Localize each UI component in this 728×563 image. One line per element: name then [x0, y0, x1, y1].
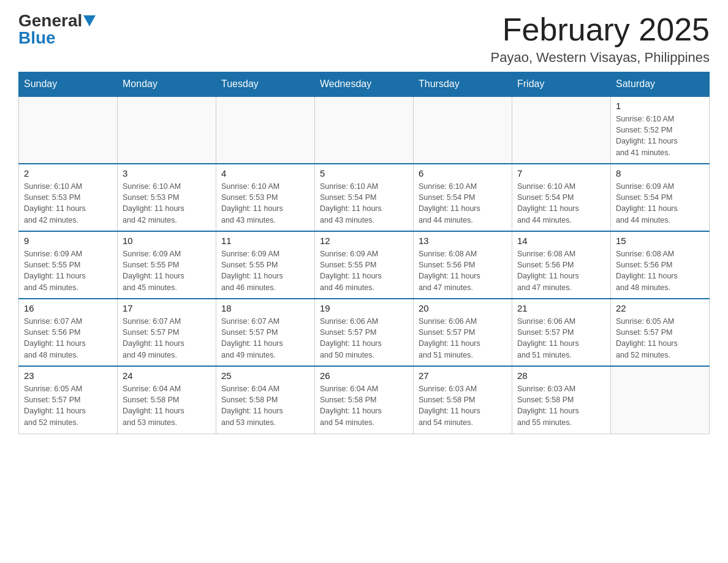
calendar-table: SundayMondayTuesdayWednesdayThursdayFrid…: [18, 72, 710, 434]
calendar-cell: 16Sunrise: 6:07 AM Sunset: 5:56 PM Dayli…: [19, 299, 118, 366]
day-info: Sunrise: 6:03 AM Sunset: 5:58 PM Dayligh…: [419, 383, 507, 428]
calendar-cell: 23Sunrise: 6:05 AM Sunset: 5:57 PM Dayli…: [19, 366, 118, 434]
weekday-header-thursday: Thursday: [414, 72, 512, 97]
calendar-cell: 24Sunrise: 6:04 AM Sunset: 5:58 PM Dayli…: [118, 366, 216, 434]
day-number: 10: [123, 236, 211, 246]
calendar-cell: [414, 96, 512, 164]
calendar-cell: 20Sunrise: 6:06 AM Sunset: 5:57 PM Dayli…: [414, 299, 512, 366]
day-number: 8: [616, 168, 704, 178]
day-info: Sunrise: 6:09 AM Sunset: 5:54 PM Dayligh…: [616, 181, 704, 226]
day-info: Sunrise: 6:04 AM Sunset: 5:58 PM Dayligh…: [123, 383, 211, 428]
weekday-header-monday: Monday: [118, 72, 216, 97]
day-number: 15: [616, 236, 704, 246]
calendar-cell: 1Sunrise: 6:10 AM Sunset: 5:52 PM Daylig…: [611, 96, 710, 164]
day-info: Sunrise: 6:08 AM Sunset: 5:56 PM Dayligh…: [616, 248, 704, 293]
calendar-cell: [216, 96, 315, 164]
calendar-cell: 2Sunrise: 6:10 AM Sunset: 5:53 PM Daylig…: [19, 164, 118, 231]
day-number: 24: [123, 370, 211, 381]
day-number: 6: [419, 168, 507, 178]
logo-triangle-icon: [83, 15, 96, 26]
day-info: Sunrise: 6:10 AM Sunset: 5:54 PM Dayligh…: [419, 181, 507, 226]
page-header: General Blue February 2025 Payao, Wester…: [18, 12, 710, 66]
day-number: 2: [24, 168, 112, 178]
day-number: 12: [320, 236, 408, 246]
day-number: 21: [517, 303, 605, 313]
calendar-cell: [315, 96, 414, 164]
title-block: February 2025 Payao, Western Visayas, Ph…: [491, 12, 710, 66]
day-number: 14: [517, 236, 605, 246]
weekday-header-saturday: Saturday: [611, 72, 710, 97]
day-number: 7: [517, 168, 605, 178]
calendar-cell: 21Sunrise: 6:06 AM Sunset: 5:57 PM Dayli…: [512, 299, 611, 366]
calendar-cell: 27Sunrise: 6:03 AM Sunset: 5:58 PM Dayli…: [414, 366, 512, 434]
calendar-cell: 14Sunrise: 6:08 AM Sunset: 5:56 PM Dayli…: [512, 231, 611, 299]
day-number: 11: [221, 236, 309, 246]
logo: General Blue: [18, 12, 96, 47]
day-info: Sunrise: 6:10 AM Sunset: 5:53 PM Dayligh…: [24, 181, 112, 226]
month-title: February 2025: [491, 12, 710, 47]
calendar-cell: 5Sunrise: 6:10 AM Sunset: 5:54 PM Daylig…: [315, 164, 414, 231]
weekday-header-tuesday: Tuesday: [216, 72, 315, 97]
day-info: Sunrise: 6:09 AM Sunset: 5:55 PM Dayligh…: [123, 248, 211, 293]
weekday-header-friday: Friday: [512, 72, 611, 97]
day-info: Sunrise: 6:09 AM Sunset: 5:55 PM Dayligh…: [24, 248, 112, 293]
calendar-cell: 9Sunrise: 6:09 AM Sunset: 5:55 PM Daylig…: [19, 231, 118, 299]
day-number: 26: [320, 370, 408, 381]
day-info: Sunrise: 6:08 AM Sunset: 5:56 PM Dayligh…: [419, 248, 507, 293]
calendar-cell: 26Sunrise: 6:04 AM Sunset: 5:58 PM Dayli…: [315, 366, 414, 434]
calendar-cell: 17Sunrise: 6:07 AM Sunset: 5:57 PM Dayli…: [118, 299, 216, 366]
day-info: Sunrise: 6:07 AM Sunset: 5:56 PM Dayligh…: [24, 316, 112, 361]
day-number: 13: [419, 236, 507, 246]
calendar-cell: 8Sunrise: 6:09 AM Sunset: 5:54 PM Daylig…: [611, 164, 710, 231]
calendar-cell: 12Sunrise: 6:09 AM Sunset: 5:55 PM Dayli…: [315, 231, 414, 299]
day-info: Sunrise: 6:06 AM Sunset: 5:57 PM Dayligh…: [517, 316, 605, 361]
day-info: Sunrise: 6:10 AM Sunset: 5:52 PM Dayligh…: [616, 113, 704, 158]
calendar-cell: 22Sunrise: 6:05 AM Sunset: 5:57 PM Dayli…: [611, 299, 710, 366]
day-info: Sunrise: 6:09 AM Sunset: 5:55 PM Dayligh…: [320, 248, 408, 293]
day-number: 16: [24, 303, 112, 313]
weekday-header-wednesday: Wednesday: [315, 72, 414, 97]
day-info: Sunrise: 6:07 AM Sunset: 5:57 PM Dayligh…: [123, 316, 211, 361]
day-info: Sunrise: 6:06 AM Sunset: 5:57 PM Dayligh…: [320, 316, 408, 361]
calendar-cell: [611, 366, 710, 434]
calendar-cell: 28Sunrise: 6:03 AM Sunset: 5:58 PM Dayli…: [512, 366, 611, 434]
day-info: Sunrise: 6:04 AM Sunset: 5:58 PM Dayligh…: [221, 383, 309, 428]
day-number: 17: [123, 303, 211, 313]
day-number: 23: [24, 370, 112, 381]
calendar-cell: 18Sunrise: 6:07 AM Sunset: 5:57 PM Dayli…: [216, 299, 315, 366]
day-info: Sunrise: 6:10 AM Sunset: 5:54 PM Dayligh…: [320, 181, 408, 226]
day-info: Sunrise: 6:10 AM Sunset: 5:54 PM Dayligh…: [517, 181, 605, 226]
day-number: 25: [221, 370, 309, 381]
day-info: Sunrise: 6:05 AM Sunset: 5:57 PM Dayligh…: [24, 383, 112, 428]
day-number: 3: [123, 168, 211, 178]
day-info: Sunrise: 6:03 AM Sunset: 5:58 PM Dayligh…: [517, 383, 605, 428]
day-info: Sunrise: 6:06 AM Sunset: 5:57 PM Dayligh…: [419, 316, 507, 361]
day-info: Sunrise: 6:08 AM Sunset: 5:56 PM Dayligh…: [517, 248, 605, 293]
day-info: Sunrise: 6:05 AM Sunset: 5:57 PM Dayligh…: [616, 316, 704, 361]
day-number: 5: [320, 168, 408, 178]
calendar-cell: 15Sunrise: 6:08 AM Sunset: 5:56 PM Dayli…: [611, 231, 710, 299]
day-number: 27: [419, 370, 507, 381]
day-number: 18: [221, 303, 309, 313]
calendar-cell: [19, 96, 118, 164]
calendar-cell: [512, 96, 611, 164]
day-number: 28: [517, 370, 605, 381]
calendar-cell: [118, 96, 216, 164]
day-number: 22: [616, 303, 704, 313]
calendar-cell: 11Sunrise: 6:09 AM Sunset: 5:55 PM Dayli…: [216, 231, 315, 299]
calendar-cell: 6Sunrise: 6:10 AM Sunset: 5:54 PM Daylig…: [414, 164, 512, 231]
calendar-cell: 3Sunrise: 6:10 AM Sunset: 5:53 PM Daylig…: [118, 164, 216, 231]
day-info: Sunrise: 6:04 AM Sunset: 5:58 PM Dayligh…: [320, 383, 408, 428]
day-info: Sunrise: 6:10 AM Sunset: 5:53 PM Dayligh…: [123, 181, 211, 226]
day-info: Sunrise: 6:09 AM Sunset: 5:55 PM Dayligh…: [221, 248, 309, 293]
calendar-cell: 19Sunrise: 6:06 AM Sunset: 5:57 PM Dayli…: [315, 299, 414, 366]
day-number: 20: [419, 303, 507, 313]
day-info: Sunrise: 6:10 AM Sunset: 5:53 PM Dayligh…: [221, 181, 309, 226]
calendar-cell: 4Sunrise: 6:10 AM Sunset: 5:53 PM Daylig…: [216, 164, 315, 231]
logo-blue-text: Blue: [18, 29, 56, 47]
calendar-cell: 25Sunrise: 6:04 AM Sunset: 5:58 PM Dayli…: [216, 366, 315, 434]
calendar-cell: 10Sunrise: 6:09 AM Sunset: 5:55 PM Dayli…: [118, 231, 216, 299]
weekday-header-sunday: Sunday: [19, 72, 118, 97]
calendar-cell: 7Sunrise: 6:10 AM Sunset: 5:54 PM Daylig…: [512, 164, 611, 231]
day-number: 9: [24, 236, 112, 246]
